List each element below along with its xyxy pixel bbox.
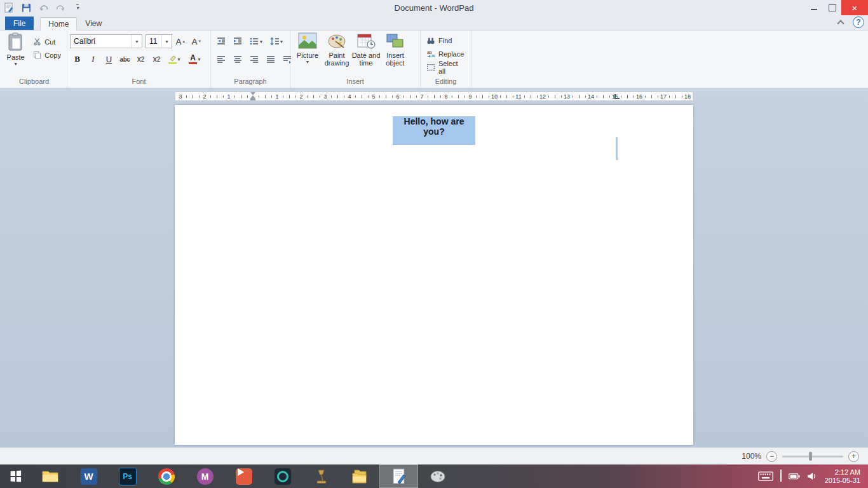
ruler-cell: 10 (494, 92, 519, 100)
font-family-select[interactable]: Calibri ▼ (70, 34, 142, 48)
undo-icon[interactable] (37, 2, 49, 13)
document-text: Hello, how are you? (393, 116, 475, 137)
subscript-button[interactable]: x2 (133, 52, 148, 66)
window-controls: × (804, 0, 868, 15)
taskbar-clock[interactable]: 2:12 AM 2015-05-31 (825, 468, 860, 485)
replace-button[interactable]: abac Replace (423, 47, 468, 60)
taskbar-lamp-app[interactable] (302, 464, 341, 488)
taskbar-media-player[interactable] (224, 464, 263, 488)
wordpad-document-icon (391, 468, 407, 485)
ruler-cell: 2 (301, 92, 325, 100)
select-all-button[interactable]: Select all (423, 60, 468, 74)
zoom-controls: 100% − + (742, 451, 868, 462)
save-button[interactable] (20, 2, 32, 13)
increase-indent-button[interactable] (230, 34, 245, 48)
qat-customize-button[interactable]: ▾ (72, 2, 83, 13)
zoom-slider[interactable] (782, 456, 843, 458)
tab-file[interactable]: File (5, 17, 34, 30)
text-cursor (616, 137, 618, 160)
group-label-insert: Insert (293, 77, 417, 88)
paint-drawing-button[interactable]: Paint drawing (322, 32, 351, 67)
increase-indent-icon (233, 36, 243, 46)
chevron-down-icon: ▾ (76, 4, 79, 11)
font-size-select[interactable]: 11 ▼ (146, 34, 172, 48)
minimize-button[interactable] (804, 0, 823, 15)
align-center-button[interactable] (230, 52, 245, 66)
italic-button[interactable]: I (86, 52, 100, 66)
clipboard-group: Paste ▼ Cut Copy Clipboard (1, 30, 67, 88)
taskbar-paint-app[interactable] (418, 464, 457, 488)
bold-button[interactable]: B (70, 52, 85, 66)
date-and-time-button[interactable]: Date and time (351, 32, 381, 67)
copy-button[interactable]: Copy (30, 48, 64, 62)
text-selection[interactable]: Hello, how are you? (393, 116, 475, 145)
taskbar-wordpad-active[interactable] (379, 464, 418, 488)
tab-stop-marker[interactable] (614, 94, 620, 99)
date-and-time-label: Date and time (351, 51, 381, 67)
align-right-button[interactable] (247, 52, 262, 66)
clock-time: 2:12 AM (825, 468, 860, 477)
battery-icon[interactable] (789, 473, 800, 480)
ruler-cell: 3 (180, 92, 205, 100)
group-label-font: Font (70, 77, 208, 88)
align-left-button[interactable] (214, 52, 229, 66)
zoom-level: 100% (742, 452, 761, 461)
tab-home[interactable]: Home (40, 17, 77, 30)
document-page[interactable]: Hello, how are you? (175, 105, 693, 445)
window-title: Document - WordPad (0, 3, 868, 13)
picture-label: Picture (297, 51, 318, 59)
cut-label: Cut (44, 38, 55, 46)
align-center-icon (233, 55, 242, 64)
redo-icon[interactable] (55, 2, 66, 13)
decrease-indent-icon (216, 36, 226, 46)
tab-view[interactable]: View (77, 17, 110, 30)
grow-font-button[interactable]: A▲ (173, 34, 188, 48)
taskbar-chrome[interactable] (147, 464, 186, 488)
shrink-font-button[interactable]: A▼ (189, 34, 204, 48)
close-button[interactable]: × (841, 0, 868, 15)
taskbar-word-app[interactable]: W (69, 464, 108, 488)
strikethrough-button[interactable]: abc (118, 52, 132, 66)
help-icon[interactable]: ? (853, 17, 864, 28)
cut-button[interactable]: Cut (30, 35, 64, 48)
keyboard-icon[interactable] (758, 471, 773, 481)
taskbar-camera-app[interactable] (263, 464, 302, 488)
taskbar-photoshop-app[interactable]: Ps (108, 464, 147, 488)
left-indent-marker[interactable] (250, 98, 255, 100)
decrease-indent-button[interactable] (214, 34, 229, 48)
bullet-list-icon (249, 36, 259, 46)
list-button[interactable]: ▼ (247, 34, 266, 48)
justify-button[interactable] (263, 52, 278, 66)
superscript-button[interactable]: x2 (149, 52, 164, 66)
minimize-ribbon-button[interactable] (835, 17, 846, 28)
picture-button[interactable]: Picture ▼ (293, 32, 322, 64)
paste-button[interactable]: Paste ▼ (4, 32, 27, 66)
maximize-button[interactable] (823, 0, 841, 15)
highlight-color-button[interactable]: ▼ (165, 52, 184, 66)
taskbar-folders-app[interactable] (341, 464, 379, 488)
insert-group: Picture ▼ Paint drawing Date and time (290, 30, 421, 88)
ribbon-tabs: File Home View ? (0, 15, 868, 30)
zoom-slider-thumb[interactable] (809, 452, 812, 461)
show-hidden-icons-button[interactable] (780, 471, 782, 482)
font-color-icon: A (189, 55, 197, 64)
ribbon: Paste ▼ Cut Copy Clipboard (0, 30, 868, 88)
ruler-cell: 8 (446, 92, 470, 100)
ruler[interactable]: 321123456789101112131415161718 (175, 92, 693, 101)
word-icon: W (81, 468, 97, 485)
find-button[interactable]: Find (423, 34, 468, 47)
line-spacing-button[interactable]: ▼ (267, 34, 286, 48)
chevron-down-icon: ▼ (177, 57, 181, 62)
font-color-button[interactable]: A ▼ (186, 52, 205, 66)
insert-object-button[interactable]: Insert object (381, 32, 410, 67)
start-button[interactable] (0, 464, 31, 488)
zoom-out-button[interactable]: − (766, 451, 777, 462)
volume-icon[interactable] (807, 472, 817, 480)
taskbar-purple-m-app[interactable]: M (186, 464, 224, 488)
copy-label: Copy (44, 51, 61, 59)
status-bar: 100% − + (0, 447, 868, 464)
underline-button[interactable]: U (102, 52, 116, 66)
zoom-in-button[interactable]: + (848, 451, 859, 462)
calendar-clock-icon (356, 32, 376, 50)
taskbar-file-explorer[interactable] (31, 464, 69, 488)
